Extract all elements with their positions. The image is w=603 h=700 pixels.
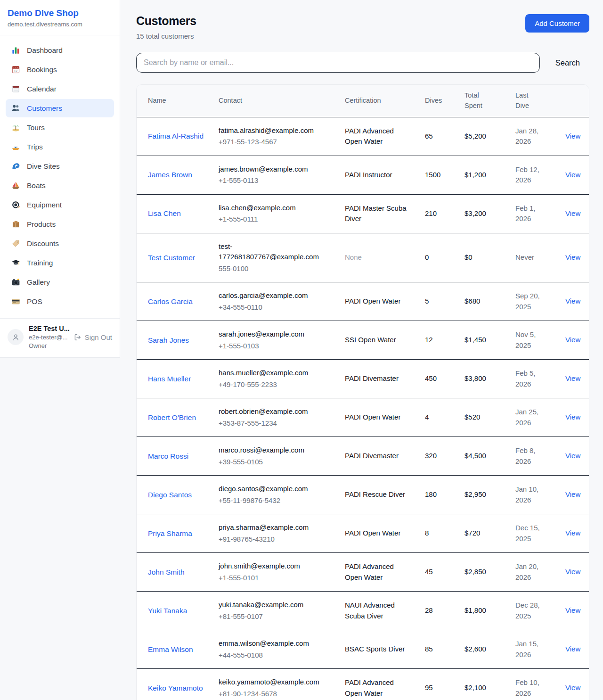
sidebar-item-dive-sites[interactable]: Dive Sites	[6, 157, 114, 175]
customer-contact-cell: carlos.garcia@example.com+34-555-0110	[207, 282, 334, 321]
customer-last-dive-cell: Feb 8, 2026	[504, 437, 554, 476]
sidebar-item-trips[interactable]: Trips	[6, 138, 114, 156]
customer-certification: BSAC Sports Diver	[345, 645, 405, 653]
customer-name-cell: Keiko Yamamoto	[137, 669, 207, 700]
customer-last-dive-cell: Nov 5, 2025	[504, 321, 554, 360]
customer-certification: PADI Open Water	[345, 297, 400, 305]
customer-name-link[interactable]: Robert O'Brien	[148, 412, 196, 423]
view-link[interactable]: View	[565, 297, 580, 305]
sidebar-item-boats[interactable]: Boats	[6, 176, 114, 195]
customer-name-link[interactable]: Yuki Tanaka	[148, 605, 187, 616]
customer-contact-cell: test-1772681807767@example.com555-0100	[207, 233, 334, 282]
view-link[interactable]: View	[565, 684, 580, 692]
sidebar-item-products[interactable]: Products	[6, 215, 114, 233]
customer-total-spent-cell: $520	[453, 398, 504, 437]
customer-name-link[interactable]: Fatima Al-Rashid	[148, 131, 204, 141]
sign-out-button[interactable]: Sign Out	[73, 333, 112, 341]
customer-contact-cell: diego.santos@example.com+55-11-99876-543…	[207, 476, 334, 514]
view-link[interactable]: View	[565, 645, 580, 653]
customer-actions-cell: View	[554, 437, 589, 476]
customer-dives-cell: 45	[414, 553, 453, 592]
customer-name-link[interactable]: Hans Mueller	[148, 373, 191, 384]
customer-total-spent-cell: $3,200	[453, 194, 504, 233]
customer-last-dive-cell: Dec 28, 2025	[504, 592, 554, 630]
customer-email: test-1772681807767@example.com	[219, 241, 330, 263]
gallery-icon	[11, 278, 20, 287]
boats-icon	[11, 181, 20, 190]
view-link[interactable]: View	[565, 413, 580, 421]
customer-actions-cell: View	[554, 592, 589, 630]
customer-certification: PADI Rescue Diver	[345, 490, 405, 498]
user-section: E2E Test U... e2e-tester@... Owner Sign …	[0, 318, 120, 357]
customer-name-link[interactable]: Diego Santos	[148, 489, 192, 500]
customer-actions-cell: View	[554, 117, 589, 156]
sidebar-item-discounts[interactable]: Discounts	[6, 234, 114, 253]
customer-name-cell: Yuki Tanaka	[137, 592, 207, 630]
customer-name-link[interactable]: Lisa Chen	[148, 208, 181, 219]
customer-email: hans.mueller@example.com	[219, 368, 330, 379]
sidebar-item-dashboard[interactable]: Dashboard	[6, 41, 114, 59]
customer-certification: PADI Advanced Open Water	[345, 127, 394, 146]
sidebar-item-pos[interactable]: POS	[6, 292, 114, 311]
view-link[interactable]: View	[565, 132, 580, 140]
customer-dives-cell: 12	[414, 321, 453, 360]
add-customer-button[interactable]: Add Customer	[525, 14, 589, 33]
customer-name-link[interactable]: Test Customer	[148, 252, 195, 263]
customer-name-link[interactable]: John Smith	[148, 567, 185, 577]
sidebar-item-equipment[interactable]: Equipment	[6, 196, 114, 214]
customer-name-link[interactable]: Sarah Jones	[148, 335, 189, 346]
customer-name-link[interactable]: Keiko Yamamoto	[148, 683, 203, 693]
table-row: Lisa Chenlisa.chen@example.com+1-555-011…	[137, 194, 589, 233]
view-link[interactable]: View	[565, 452, 580, 460]
trips-icon	[11, 142, 20, 151]
sidebar-item-training[interactable]: Training	[6, 254, 114, 272]
view-link[interactable]: View	[565, 253, 580, 261]
customer-actions-cell: View	[554, 194, 589, 233]
customer-certification: PADI Instructor	[345, 171, 392, 179]
customer-dives-cell: 65	[414, 117, 453, 156]
brand: Demo Dive Shop demo.test.divestreams.com	[0, 0, 120, 35]
view-link[interactable]: View	[565, 171, 580, 179]
sidebar-item-bookings[interactable]: 17Bookings	[6, 60, 114, 79]
view-link[interactable]: View	[565, 374, 580, 382]
dive-sites-icon	[11, 162, 20, 171]
bookings-icon: 17	[11, 65, 20, 74]
customer-name-link[interactable]: Priya Sharma	[148, 528, 192, 539]
search-input[interactable]	[136, 53, 540, 73]
view-link[interactable]: View	[565, 490, 580, 498]
customer-actions-cell: View	[554, 233, 589, 282]
customer-certification-cell: PADI Open Water	[334, 282, 414, 321]
customer-email: marco.rossi@example.com	[219, 445, 330, 456]
user-role: Owner	[29, 342, 68, 349]
table-row: Carlos Garciacarlos.garcia@example.com+3…	[137, 282, 589, 321]
customer-actions-cell: View	[554, 514, 589, 553]
table-row: Fatima Al-Rashidfatima.alrashid@example.…	[137, 117, 589, 156]
customer-email: robert.obrien@example.com	[219, 406, 330, 417]
view-link[interactable]: View	[565, 336, 580, 344]
customer-contact-cell: robert.obrien@example.com+353-87-555-123…	[207, 398, 334, 437]
view-link[interactable]: View	[565, 606, 580, 614]
customer-name-cell: Lisa Chen	[137, 194, 207, 233]
customer-name-cell: James Brown	[137, 156, 207, 194]
customer-total-spent-cell: $4,500	[453, 437, 504, 476]
customer-name-link[interactable]: Emma Wilson	[148, 644, 193, 655]
customer-name-link[interactable]: Carlos Garcia	[148, 296, 193, 307]
customer-certification: NAUI Advanced Scuba Diver	[345, 601, 395, 620]
customer-dives-cell: 450	[414, 360, 453, 398]
customer-certification-cell: PADI Instructor	[334, 156, 414, 194]
sidebar-item-calendar[interactable]: Calendar	[6, 80, 114, 98]
customer-name-link[interactable]: Marco Rossi	[148, 451, 188, 461]
sidebar-item-customers[interactable]: Customers	[6, 99, 114, 117]
view-link[interactable]: View	[565, 568, 580, 576]
customer-phone: +1-555-0103	[219, 341, 330, 352]
customer-actions-cell: View	[554, 476, 589, 514]
customer-name-link[interactable]: James Brown	[148, 169, 192, 180]
search-button[interactable]: Search	[553, 58, 583, 68]
sidebar-item-tours[interactable]: Tours	[6, 118, 114, 137]
sidebar-item-gallery[interactable]: Gallery	[6, 273, 114, 291]
view-link[interactable]: View	[565, 209, 580, 217]
main-content: Customers 15 total customers Add Custome…	[120, 0, 603, 700]
sidebar-item-label: Equipment	[27, 201, 62, 209]
customer-contact-cell: yuki.tanaka@example.com+81-555-0107	[207, 592, 334, 630]
view-link[interactable]: View	[565, 529, 580, 537]
